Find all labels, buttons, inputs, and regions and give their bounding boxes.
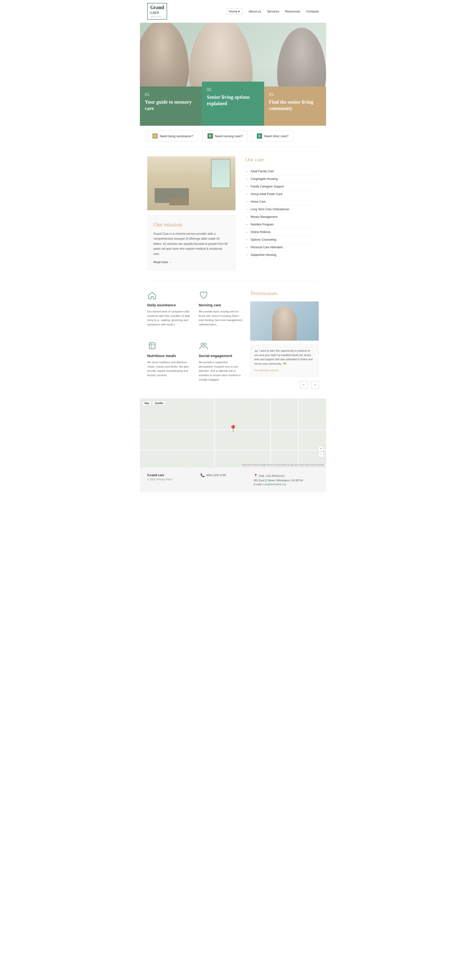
care-item-11[interactable]: →Personal Care Attendant <box>245 243 319 251</box>
care-arrow-8: → <box>245 223 249 226</box>
nav-item-services[interactable]: Services <box>267 10 279 13</box>
quick-link-text-a: Need living assistance? <box>160 134 193 138</box>
service-nursing-title: Nursing care <box>199 303 243 307</box>
quick-links: A Need living assistance? B Need nursing… <box>140 126 326 146</box>
home-icon <box>147 290 157 300</box>
logo-box: Grand care elder care <box>147 3 167 20</box>
satellite-button[interactable]: Satellite <box>153 401 165 406</box>
hero-card-2-title: Senior living options explained <box>207 94 259 107</box>
hero-section: 01. Your guide to memory care 02. Senior… <box>140 23 326 126</box>
nav-item-home[interactable]: Home ▾ <box>226 8 243 14</box>
care-item-2[interactable]: →Congregate Housing <box>245 175 319 183</box>
hero-card-2[interactable]: 02. Senior living options explained <box>202 82 264 126</box>
quick-link-c[interactable]: C Need clinic care? <box>251 130 294 142</box>
heart-icon <box>199 290 208 300</box>
care-item-9[interactable]: →Online Referral <box>245 228 319 236</box>
service-nursing-text: We provide basic nursing care for those … <box>199 310 243 327</box>
logo-tagline: elder care <box>150 15 164 18</box>
testimonials-panel: Testimonials ❝I want to take this opport… <box>250 290 319 389</box>
testimonial-author: Eva Mendes (client) <box>254 368 315 373</box>
care-item-4[interactable]: →Group Adult Foster Care <box>245 191 319 198</box>
room-window <box>211 159 231 188</box>
map-zoom-controls: + − <box>318 446 324 457</box>
service-daily-title: Daily assistance <box>147 303 191 307</box>
care-arrow-1: → <box>245 169 249 173</box>
service-social-title: Social engagement <box>199 354 243 358</box>
hero-card-1-title: Your guide to memory care <box>145 99 197 111</box>
map-road-v3 <box>242 398 243 467</box>
testimonials-title: Testimonials <box>250 290 319 296</box>
care-item-8[interactable]: →Nutrition Program <box>245 221 319 228</box>
care-item-6[interactable]: →Long Term Care Ombudsman <box>245 205 319 213</box>
footer-email-link[interactable]: mail@demolink.org <box>263 483 286 486</box>
nav-item-about[interactable]: About us <box>248 10 261 13</box>
map-pin: 📍 <box>229 425 237 433</box>
svg-point-4 <box>204 343 206 345</box>
logo-grand: Grand <box>150 5 164 10</box>
service-item-meals: Nutritious meals We serve nutritious and… <box>147 341 191 389</box>
care-item-3[interactable]: →Family Caregiver Support <box>245 183 319 191</box>
services-section: Daily assistance Our trained team of car… <box>140 280 326 398</box>
care-item-7[interactable]: →Money Management <box>245 213 319 221</box>
care-arrow-10: → <box>245 238 249 242</box>
quick-link-b[interactable]: B Need nursing care? <box>202 130 248 142</box>
care-arrow-6: → <box>245 207 249 211</box>
map-road-v5 <box>298 398 299 467</box>
map-road-v2 <box>215 398 215 467</box>
meals-icon <box>147 341 157 351</box>
care-item-1[interactable]: →Adult Family Care <box>245 168 319 175</box>
quick-link-a[interactable]: A Need living assistance? <box>147 130 199 142</box>
quote-close: ❞ <box>283 361 287 369</box>
hero-cards: 01. Your guide to memory care 02. Senior… <box>140 82 326 126</box>
hero-card-2-num: 02. <box>207 88 259 92</box>
header: Grand care elder care Home ▾ About us Se… <box>140 0 326 23</box>
main-section: Our mission Grand Care is a cheerful ser… <box>140 146 326 280</box>
care-list: →Adult Family Care →Congregate Housing →… <box>245 168 319 259</box>
main-right: Our care →Adult Family Care →Congregate … <box>245 156 319 270</box>
service-meals-text: We serve nutritious and delicious meals,… <box>147 360 191 377</box>
location-icon: 📍 <box>254 474 258 477</box>
person-silhouette <box>272 306 297 340</box>
care-item-10[interactable]: →Options Counseling <box>245 236 319 243</box>
care-item-12[interactable]: →Supportive Housing <box>245 251 319 259</box>
hero-card-3-num: 03. <box>269 92 321 97</box>
quick-link-letter-a: A <box>153 133 158 139</box>
testimonial-nav: ← → <box>250 381 319 389</box>
read-more-link[interactable]: Read more <box>153 261 172 264</box>
map-zoom-in[interactable]: + <box>318 446 324 452</box>
footer-phone-number: (800) 2345 6789 <box>206 474 226 477</box>
hero-card-3[interactable]: 03. Find the senior living community <box>264 86 326 126</box>
map-background <box>140 398 326 467</box>
map-attribution: Map Data ©2016 Google Terms of Use Repor… <box>242 464 324 466</box>
footer-copyright: © 2016 | Privacy Policy <box>147 478 191 481</box>
footer-brand-name: Grand care <box>147 473 191 477</box>
mission-text: Grand Care is a cheerful service provide… <box>153 231 229 256</box>
footer-email-label: E-mail: <box>254 483 262 486</box>
map-button[interactable]: Map <box>142 401 151 406</box>
phone-icon: 📞 <box>200 473 205 477</box>
hero-card-1[interactable]: 01. Your guide to memory care <box>140 86 202 126</box>
svg-rect-0 <box>149 343 155 349</box>
logo: Grand care elder care <box>147 3 167 20</box>
service-daily-text: Our trained team of caregivers aids resi… <box>147 310 191 327</box>
care-arrow-5: → <box>245 200 249 204</box>
quick-link-text-b: Need nursing care? <box>215 134 243 138</box>
main-nav: Home ▾ About us Services Resources Conta… <box>226 8 319 14</box>
testimonial-prev-button[interactable]: ← <box>300 381 308 389</box>
map-road-v4 <box>270 398 271 467</box>
quick-link-letter-c: C <box>257 133 262 139</box>
services-grid: Daily assistance Our trained team of car… <box>147 290 243 389</box>
map-zoom-out[interactable]: − <box>318 452 324 457</box>
nav-item-resources[interactable]: Resources <box>285 10 301 13</box>
care-item-5[interactable]: →Home Care <box>245 198 319 205</box>
footer-brand: Grand care © 2016 | Privacy Policy <box>147 473 191 481</box>
care-arrow-2: → <box>245 177 249 181</box>
nav-item-contacts[interactable]: Contacts <box>306 10 319 13</box>
map-section: 📍 Map Satellite + − Map Data ©2016 Googl… <box>140 398 326 467</box>
footer-address: 📍 USA, LOS ANGELES, 901 East E Street, W… <box>254 473 319 487</box>
map-road-v1 <box>186 398 188 467</box>
testimonial-next-button[interactable]: → <box>311 381 319 389</box>
footer-address-line2: 901 East E Street, Wilmington, CA 90744 <box>254 479 303 482</box>
quick-link-text-c: Need clinic care? <box>264 134 289 138</box>
service-item-nursing: Nursing care We provide basic nursing ca… <box>199 290 243 334</box>
